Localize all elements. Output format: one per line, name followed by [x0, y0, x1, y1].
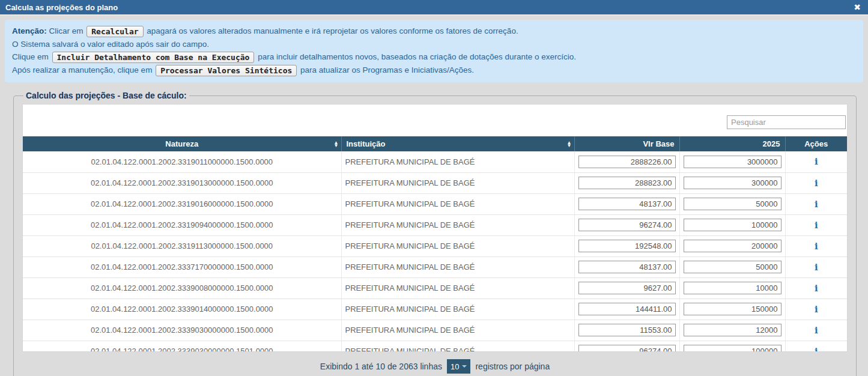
column-label: Ações	[804, 139, 828, 148]
ano-2025-input[interactable]	[684, 219, 782, 231]
table-body: 02.01.04.122.0001.2002.3319011000000.150…	[23, 151, 847, 352]
natureza-cell: 02.01.04.122.0001.2002.3319016000000.150…	[23, 193, 341, 214]
instituicao-cell: PREFEITURA MUNICIPAL DE BAGÉ	[341, 151, 574, 172]
vlr-base-input[interactable]	[578, 324, 676, 336]
per-page-label: registros por página	[475, 362, 550, 371]
sort-down-arrow: ▼	[567, 144, 572, 147]
ano-2025-input[interactable]	[684, 282, 782, 294]
info-icon[interactable]: i	[815, 220, 818, 231]
vlr-base-input[interactable]	[578, 345, 676, 352]
fieldset-legend: Calculo das projeções - Base de cáculo:	[23, 91, 189, 100]
info-icon[interactable]: i	[815, 325, 818, 336]
column-header-instituicao[interactable]: Instituição ▲ ▼	[341, 136, 574, 151]
table-row: 02.01.04.122.0001.2002.3339014000000.150…	[23, 299, 847, 320]
info-icon[interactable]: i	[815, 178, 818, 189]
vlr-base-input[interactable]	[578, 261, 676, 273]
vlr-base-input[interactable]	[578, 156, 676, 168]
natureza-cell: 02.01.04.122.0001.2002.3319113000000.150…	[23, 235, 341, 256]
notice-attention-label: Atenção:	[12, 26, 47, 35]
close-icon[interactable]: ✖	[854, 3, 861, 11]
natureza-cell: 02.01.04.122.0001.2002.3319013000000.150…	[23, 172, 341, 193]
notice-text: apagará os valores alterados manualmente…	[145, 26, 518, 35]
sort-icon[interactable]: ▲ ▼	[567, 141, 572, 147]
recalcular-button[interactable]: Recalcular	[86, 26, 143, 37]
page-size-dropdown[interactable]: 10	[447, 359, 470, 374]
ano-2025-input[interactable]	[684, 261, 782, 273]
projections-table: Natureza ▲ ▼ Instituição ▲ ▼	[23, 136, 847, 352]
instituicao-cell: PREFEITURA MUNICIPAL DE BAGÉ	[341, 172, 574, 193]
vlr-base-input[interactable]	[578, 198, 676, 210]
natureza-cell: 02.01.04.122.0001.2002.3339030000000.150…	[23, 341, 341, 352]
sort-icon[interactable]: ▲ ▼	[334, 141, 339, 147]
table-row: 02.01.04.122.0001.2002.3319094000000.150…	[23, 214, 847, 235]
modal-titlebar: Calcula as projeções do plano ✖	[0, 0, 868, 16]
natureza-cell: 02.01.04.122.0001.2002.3319094000000.150…	[23, 214, 341, 235]
info-icon[interactable]: i	[815, 262, 818, 273]
table-panel: Natureza ▲ ▼ Instituição ▲ ▼	[22, 104, 848, 352]
pagination-bar: Exibindo 1 até 10 de 2063 linhas 10 regi…	[22, 359, 848, 374]
ano-2025-input[interactable]	[684, 345, 782, 352]
ano-2025-input[interactable]	[684, 177, 782, 189]
table-header-row: Natureza ▲ ▼ Instituição ▲ ▼	[23, 136, 847, 151]
vlr-base-input[interactable]	[578, 240, 676, 252]
modal-title: Calcula as projeções do plano	[5, 3, 118, 12]
table-row: 02.01.04.122.0001.2002.3319013000000.150…	[23, 172, 847, 193]
instituicao-cell: PREFEITURA MUNICIPAL DE BAGÉ	[341, 341, 574, 352]
showing-label: Exibindo 1 até 10 de 2063 linhas	[320, 362, 442, 371]
ano-2025-input[interactable]	[684, 198, 782, 210]
instituicao-cell: PREFEITURA MUNICIPAL DE BAGÉ	[341, 193, 574, 214]
column-header-2025: 2025	[679, 136, 785, 151]
info-icon[interactable]: i	[815, 304, 818, 315]
column-header-vlr-base: Vlr Base	[574, 136, 679, 151]
info-icon[interactable]: i	[815, 241, 818, 252]
notice-text: para incluir detalhamentos novos, basead…	[255, 52, 576, 61]
column-label: Instituição	[347, 139, 386, 148]
table-row: 02.01.04.122.0001.2002.3337170000000.150…	[23, 256, 847, 277]
notice-line-3: Clique em Incluir Detalhamento com Base …	[12, 50, 856, 64]
notice-box: Atenção: Clicar em Recalcular apagará os…	[5, 20, 863, 82]
notice-text: Após realizar a manutenção, clique em	[12, 65, 154, 74]
instituicao-cell: PREFEITURA MUNICIPAL DE BAGÉ	[341, 299, 574, 320]
info-icon[interactable]: i	[815, 199, 818, 210]
notice-line-2: O Sistema salvará o valor editado após s…	[12, 38, 856, 51]
instituicao-cell: PREFEITURA MUNICIPAL DE BAGÉ	[341, 214, 574, 235]
page-size-value: 10	[451, 362, 459, 371]
chevron-down-icon	[462, 365, 467, 368]
vlr-base-input[interactable]	[578, 282, 676, 294]
notice-text: Clique em	[12, 52, 51, 61]
column-header-acoes: Ações	[785, 136, 847, 151]
table-row: 02.01.04.122.0001.2002.3319113000000.150…	[23, 235, 847, 256]
column-label: Vlr Base	[643, 139, 674, 148]
notice-text: para atualizar os Programas e Iniciativa…	[298, 65, 474, 74]
incluir-detalhamento-button[interactable]: Incluir Detalhamento com Base na Execuçã…	[52, 52, 255, 63]
table-row: 02.01.04.122.0001.2002.3339030000000.150…	[23, 341, 847, 352]
processar-valores-button[interactable]: Processar Valores Sintéticos	[156, 65, 297, 76]
info-icon[interactable]: i	[815, 156, 818, 167]
notice-line-1: Atenção: Clicar em Recalcular apagará os…	[12, 25, 856, 38]
vlr-base-input[interactable]	[578, 219, 676, 231]
natureza-cell: 02.01.04.122.0001.2002.3339014000000.150…	[23, 299, 341, 320]
natureza-cell: 02.01.04.122.0001.2002.3339030000000.150…	[23, 320, 341, 341]
natureza-cell: 02.01.04.122.0001.2002.3339008000000.150…	[23, 277, 341, 299]
instituicao-cell: PREFEITURA MUNICIPAL DE BAGÉ	[341, 320, 574, 341]
natureza-cell: 02.01.04.122.0001.2002.3337170000000.150…	[23, 256, 341, 277]
column-label: 2025	[763, 139, 780, 148]
vlr-base-input[interactable]	[578, 177, 676, 189]
info-icon[interactable]: i	[815, 346, 818, 353]
ano-2025-input[interactable]	[684, 240, 782, 252]
info-icon[interactable]: i	[815, 283, 818, 294]
search-input[interactable]	[727, 115, 846, 129]
ano-2025-input[interactable]	[684, 324, 782, 336]
projection-fieldset: Calculo das projeções - Base de cáculo: …	[13, 91, 857, 376]
instituicao-cell: PREFEITURA MUNICIPAL DE BAGÉ	[341, 256, 574, 277]
ano-2025-input[interactable]	[684, 156, 782, 168]
vlr-base-input[interactable]	[578, 303, 676, 315]
sort-down-arrow: ▼	[334, 144, 339, 147]
instituicao-cell: PREFEITURA MUNICIPAL DE BAGÉ	[341, 277, 574, 299]
table-row: 02.01.04.122.0001.2002.3319011000000.150…	[23, 151, 847, 172]
instituicao-cell: PREFEITURA MUNICIPAL DE BAGÉ	[341, 235, 574, 256]
column-header-natureza[interactable]: Natureza ▲ ▼	[23, 136, 341, 151]
ano-2025-input[interactable]	[684, 303, 782, 315]
notice-text: Clicar em	[47, 26, 86, 35]
notice-line-4: Após realizar a manutenção, clique em Pr…	[12, 64, 856, 77]
